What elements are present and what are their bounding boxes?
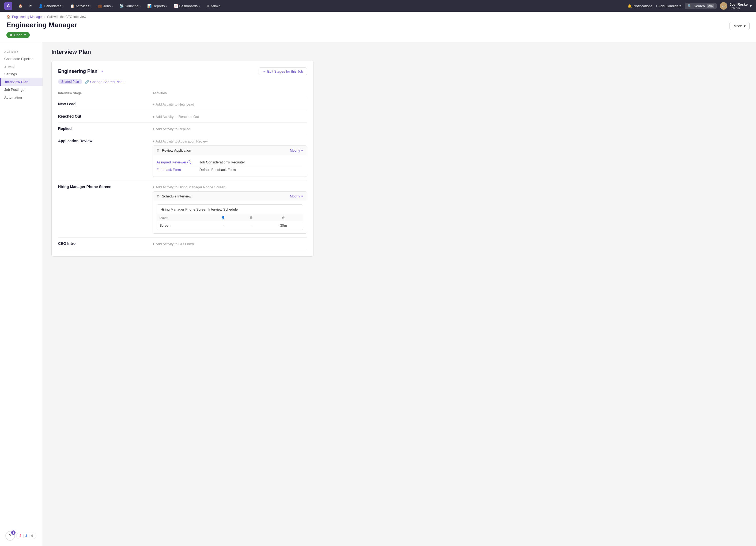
sidebar-item-candidate-pipeline[interactable]: Candidate Pipeline (0, 55, 43, 63)
stage-activities-application-review: + Add Activity to Application Review ⚙ R… (153, 135, 307, 181)
candidates-icon: 👤 (39, 4, 43, 8)
chevron-down-icon: ▾ (301, 194, 303, 198)
plus-icon: + (153, 139, 155, 143)
main-content: Interview Plan Engineering Plan ↗ ✏ Edit… (43, 42, 756, 546)
add-activity-application-review[interactable]: + Add Activity to Application Review (153, 139, 307, 143)
app-logo[interactable]: A (4, 2, 12, 10)
shared-plan-tag: Shared Plan (58, 79, 82, 84)
help-button[interactable]: ? 3 (5, 531, 15, 541)
table-row: Hiring Manager Phone Screen + Add Activi… (58, 181, 307, 237)
nav-admin[interactable]: ⚙ Admin (204, 3, 223, 9)
stages-table: Interview Stage Activities New Lead + Ad… (58, 90, 307, 250)
top-navigation: A 🏠 ⚑ 👤 Candidates ▾ 📋 Activities ▾ 💼 Jo… (0, 0, 756, 12)
schedule-interview-card: ⚙ Schedule Interview Modify ▾ (153, 191, 307, 233)
stage-activities-ceo-intro: + Add Activity to CEO Intro (153, 237, 307, 250)
nav-jobs[interactable]: 💼 Jobs ▾ (95, 3, 116, 9)
plus-icon: + (153, 102, 155, 106)
stage-name-hiring-manager-phone-screen: Hiring Manager Phone Screen (58, 181, 153, 237)
chevron-down-icon: ▾ (199, 5, 200, 7)
nav-activities[interactable]: 📋 Activities ▾ (67, 3, 94, 9)
counter-red: 8 (20, 534, 21, 538)
nav-filter[interactable]: ⚑ (26, 3, 35, 9)
col-header-stage: Interview Stage (58, 90, 153, 98)
status-dot (10, 34, 12, 36)
modify-review-application-button[interactable]: Modify ▾ (290, 148, 303, 152)
counter-blue: 3 (25, 534, 27, 538)
chevron-down-icon: ▾ (62, 5, 64, 7)
stage-activities-replied: + Add Activity to Replied (153, 123, 307, 135)
admin-icon: ⚙ (206, 4, 210, 8)
add-activity-hiring-manager-phone-screen[interactable]: + Add Activity to Hiring Manager Phone S… (153, 184, 307, 189)
add-candidate-button[interactable]: + Add Candidate (656, 4, 682, 8)
chevron-down-icon: ▾ (301, 148, 303, 152)
plan-tags: Shared Plan 🔗 Change Shared Plan... (58, 79, 307, 84)
table-row: Reached Out + Add Activity to Reached Ou… (58, 110, 307, 123)
col-header-activities: Activities (153, 90, 307, 98)
add-activity-replied[interactable]: + Add Activity to Replied (153, 126, 307, 131)
more-button[interactable]: More ▾ (729, 22, 750, 30)
chevron-down-icon: ▾ (24, 33, 26, 37)
assigned-reviewer-field: Assigned Reviewer i Job Consideration's … (157, 159, 303, 166)
add-activity-reached-out[interactable]: + Add Activity to Reached Out (153, 114, 307, 119)
add-activity-new-lead[interactable]: + Add Activity to New Lead (153, 102, 307, 106)
breadcrumb-parent-link[interactable]: Engineering Manager (12, 15, 43, 19)
dashboards-icon: 📈 (174, 4, 178, 8)
gear-icon: ⚙ (157, 194, 160, 198)
schedule-card: Hiring Manager Phone Screen Interview Sc… (157, 204, 303, 230)
feedback-form-field: Feedback Form Default Feedback Form (157, 166, 303, 173)
modify-schedule-interview-button[interactable]: Modify ▾ (290, 194, 303, 198)
activity-section-label: ACTIVITY (0, 50, 43, 55)
pencil-icon: ✏ (263, 69, 266, 73)
schedule-col-interviewers: 👤 (209, 214, 238, 221)
avatar: JR (720, 2, 727, 10)
reports-icon: 📊 (147, 4, 152, 8)
user-menu[interactable]: JR Joel Reske Reteam ▾ (720, 2, 752, 10)
chevron-down-icon: ▾ (750, 4, 752, 8)
nav-home[interactable]: 🏠 (16, 3, 25, 9)
change-shared-plan-link[interactable]: 🔗 Change Shared Plan... (85, 80, 126, 84)
search-button[interactable]: 🔍 Search ⌘K (685, 3, 717, 9)
plus-icon: + (153, 242, 155, 246)
info-icon[interactable]: i (187, 160, 191, 164)
nav-reports[interactable]: 📊 Reports ▾ (145, 3, 170, 9)
external-link-icon[interactable]: ↗ (100, 69, 103, 74)
jobs-icon: 💼 (98, 4, 102, 8)
table-row: Application Review + Add Activity to App… (58, 135, 307, 181)
table-row: Replied + Add Activity to Replied (58, 123, 307, 135)
add-activity-ceo-intro[interactable]: + Add Activity to CEO Intro (153, 241, 307, 246)
nav-dashboards[interactable]: 📈 Dashboards ▾ (171, 3, 203, 9)
table-row: New Lead + Add Activity to New Lead (58, 98, 307, 110)
sidebar: ACTIVITY Candidate Pipeline ADMIN Settin… (0, 42, 43, 546)
stage-name-new-lead: New Lead (58, 98, 153, 110)
plan-card: Engineering Plan ↗ ✏ Edit Stages for thi… (51, 61, 314, 257)
page-header: 🏠 Engineering Manager › Call with the CE… (0, 12, 756, 42)
main-layout: ACTIVITY Candidate Pipeline ADMIN Settin… (0, 42, 756, 546)
link-icon: 🔗 (85, 80, 89, 84)
chevron-down-icon: ▾ (90, 5, 92, 7)
edit-stages-button[interactable]: ✏ Edit Stages for this Job (259, 67, 307, 75)
content-title: Interview Plan (51, 48, 747, 55)
help-badge: 3 (11, 530, 16, 535)
sidebar-item-settings[interactable]: Settings (0, 70, 43, 78)
table-row: Screen - - 30m (157, 221, 303, 230)
sidebar-item-automation[interactable]: Automation (0, 93, 43, 101)
notification-counters: 8 | 3 | 0 (16, 533, 36, 539)
breadcrumb-separator: › (44, 15, 46, 19)
chevron-down-icon: ▾ (744, 24, 746, 28)
notifications-button[interactable]: 🔔 Notifications (628, 4, 652, 8)
stage-name-application-review: Application Review (58, 135, 153, 181)
stage-activities-hiring-manager-phone-screen: + Add Activity to Hiring Manager Phone S… (153, 181, 307, 237)
status-badge[interactable]: Open ▾ (6, 32, 30, 38)
stage-activities-reached-out: + Add Activity to Reached Out (153, 110, 307, 123)
chevron-down-icon: ▾ (139, 5, 141, 7)
schedule-col-event: Event (157, 214, 209, 221)
home-icon: 🏠 (6, 15, 10, 19)
sidebar-item-interview-plan[interactable]: Interview Plan (0, 78, 43, 86)
plan-name: Engineering Plan (58, 69, 97, 74)
plus-icon: + (153, 127, 155, 131)
stage-name-replied: Replied (58, 123, 153, 135)
sidebar-item-job-postings[interactable]: Job Postings (0, 86, 43, 93)
plus-icon: + (153, 115, 155, 119)
nav-sourcing[interactable]: 📡 Sourcing ▾ (117, 3, 143, 9)
nav-candidates[interactable]: 👤 Candidates ▾ (36, 3, 66, 9)
